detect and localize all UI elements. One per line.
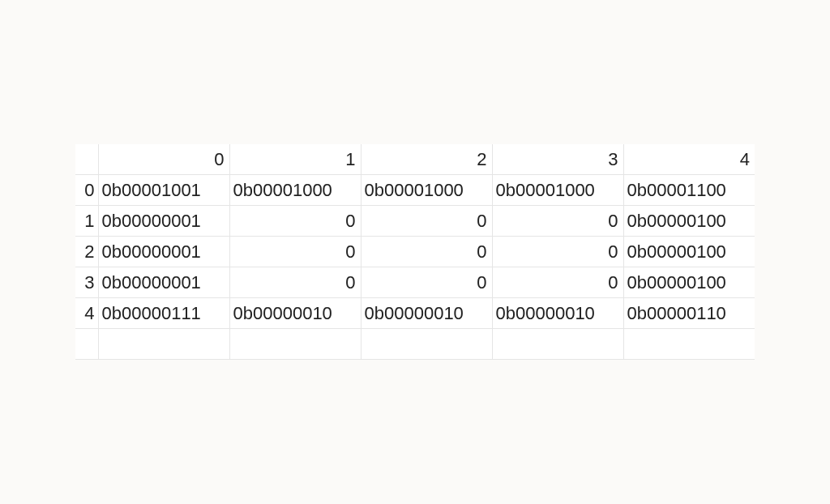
empty-cell [623, 329, 755, 360]
cell-2-3: 0 [492, 237, 623, 267]
row-header-3: 3 [75, 267, 98, 298]
data-table: 0 1 2 3 4 0 0b00001001 0b00001000 0b0000… [75, 144, 755, 361]
table-row: 1 0b00000001 0 0 0 0b00000100 [75, 206, 755, 237]
cell-3-1: 0 [229, 267, 361, 298]
empty-cell [98, 329, 229, 360]
cell-0-2: 0b00001000 [361, 175, 492, 206]
cell-0-3: 0b00001000 [492, 175, 623, 206]
cell-0-0: 0b00001001 [98, 175, 229, 206]
empty-row-header [75, 329, 98, 360]
cell-1-4: 0b00000100 [623, 206, 755, 237]
row-header-2: 2 [75, 237, 98, 267]
cell-4-3: 0b00000010 [492, 298, 623, 329]
cell-0-1: 0b00001000 [229, 175, 361, 206]
empty-cell [361, 329, 492, 360]
col-header-0: 0 [98, 144, 229, 175]
row-header-0: 0 [75, 175, 98, 206]
col-header-1: 1 [229, 144, 361, 175]
cell-4-1: 0b00000010 [229, 298, 361, 329]
cell-4-4: 0b00000110 [623, 298, 755, 329]
header-row: 0 1 2 3 4 [75, 144, 755, 175]
data-table-wrapper: 0 1 2 3 4 0 0b00001001 0b00001000 0b0000… [75, 144, 755, 361]
table-row: 3 0b00000001 0 0 0 0b00000100 [75, 267, 755, 298]
cell-3-2: 0 [361, 267, 492, 298]
cell-0-4: 0b00001100 [623, 175, 755, 206]
col-header-2: 2 [361, 144, 492, 175]
cell-3-4: 0b00000100 [623, 267, 755, 298]
cell-4-2: 0b00000010 [361, 298, 492, 329]
cell-2-1: 0 [229, 237, 361, 267]
cell-3-0: 0b00000001 [98, 267, 229, 298]
table-row: 2 0b00000001 0 0 0 0b00000100 [75, 237, 755, 267]
cell-1-1: 0 [229, 206, 361, 237]
table-row: 0 0b00001001 0b00001000 0b00001000 0b000… [75, 175, 755, 206]
cell-2-4: 0b00000100 [623, 237, 755, 267]
empty-cell [492, 329, 623, 360]
col-header-3: 3 [492, 144, 623, 175]
empty-cell [229, 329, 361, 360]
corner-cell [75, 144, 98, 175]
col-header-4: 4 [623, 144, 755, 175]
row-header-1: 1 [75, 206, 98, 237]
empty-row [75, 329, 755, 360]
cell-2-0: 0b00000001 [98, 237, 229, 267]
table-row: 4 0b00000111 0b00000010 0b00000010 0b000… [75, 298, 755, 329]
cell-4-0: 0b00000111 [98, 298, 229, 329]
cell-3-3: 0 [492, 267, 623, 298]
cell-1-0: 0b00000001 [98, 206, 229, 237]
row-header-4: 4 [75, 298, 98, 329]
cell-1-2: 0 [361, 206, 492, 237]
cell-1-3: 0 [492, 206, 623, 237]
cell-2-2: 0 [361, 237, 492, 267]
